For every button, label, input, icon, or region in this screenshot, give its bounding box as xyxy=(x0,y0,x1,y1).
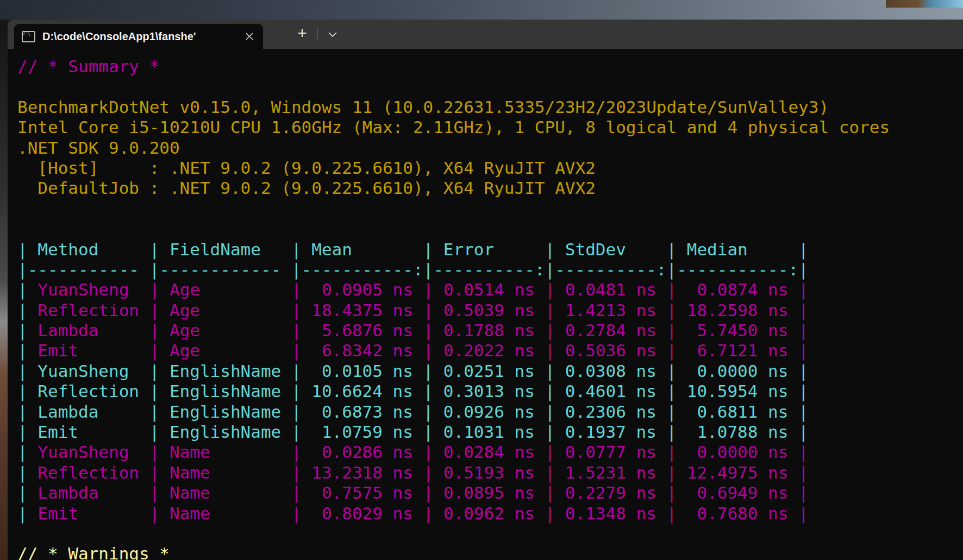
terminal-line: | YuanSheng | Name | 0.0286 ns | 0.0284 … xyxy=(17,442,963,462)
terminal-line: | Method | FieldName | Mean | Error | St… xyxy=(17,240,963,260)
terminal-line: | Reflection | Age | 18.4375 ns | 0.5039… xyxy=(17,300,963,320)
terminal-line: // * Warnings * xyxy=(17,544,963,560)
terminal-line: |----------- |------------ |-----------:… xyxy=(17,260,963,280)
terminal-line: BenchmarkDotNet v0.15.0, Windows 11 (10.… xyxy=(17,97,963,117)
terminal-line: | YuanSheng | EnglishName | 0.0105 ns | … xyxy=(17,361,963,381)
terminal-line xyxy=(17,219,963,239)
terminal-line: | Emit | EnglishName | 1.0759 ns | 0.103… xyxy=(17,422,963,442)
tab-bar: C:\_ D:\code\ConsoleApp1\fanshe' + xyxy=(8,20,963,49)
chevron-down-icon[interactable] xyxy=(323,24,342,44)
tab-title: D:\code\ConsoleApp1\fanshe' xyxy=(42,30,241,43)
cmd-prompt-icon: C:\_ xyxy=(22,31,35,42)
terminal-line: | Lambda | Name | 0.7575 ns | 0.0895 ns … xyxy=(17,483,963,503)
terminal-output[interactable]: // * Summary * BenchmarkDotNet v0.15.0, … xyxy=(8,49,963,560)
terminal-line: | Reflection | Name | 13.2318 ns | 0.519… xyxy=(17,463,963,483)
terminal-line: .NET SDK 9.0.200 xyxy=(17,138,963,158)
terminal-line: | Emit | Name | 0.8029 ns | 0.0962 ns | … xyxy=(17,504,963,524)
desktop-backdrop xyxy=(0,0,963,20)
terminal-line: DefaultJob : .NET 9.0.2 (9.0.225.6610), … xyxy=(17,178,963,198)
tab-console-app[interactable]: C:\_ D:\code\ConsoleApp1\fanshe' xyxy=(14,24,263,49)
tabbar-divider xyxy=(317,28,318,41)
new-tab-button[interactable]: + xyxy=(292,24,312,44)
terminal-line: | Emit | Age | 6.8342 ns | 0.2022 ns | 0… xyxy=(17,341,963,361)
terminal-line: | Lambda | Age | 5.6876 ns | 0.1788 ns |… xyxy=(17,320,963,341)
terminal-window: C:\_ D:\code\ConsoleApp1\fanshe' + // * … xyxy=(8,20,963,560)
close-icon[interactable] xyxy=(241,28,258,45)
wallpaper-edge xyxy=(0,20,8,560)
terminal-line: [Host] : .NET 9.0.2 (9.0.225.6610), X64 … xyxy=(17,158,963,178)
terminal-line xyxy=(17,77,963,97)
wallpaper xyxy=(886,0,963,8)
terminal-line: | Lambda | EnglishName | 0.6873 ns | 0.0… xyxy=(17,402,963,422)
terminal-line: Intel Core i5-10210U CPU 1.60GHz (Max: 2… xyxy=(17,117,963,137)
terminal-line xyxy=(17,199,963,219)
terminal-line: | YuanSheng | Age | 0.0905 ns | 0.0514 n… xyxy=(17,280,963,300)
terminal-line: // * Summary * xyxy=(17,56,963,77)
terminal-line: | Reflection | EnglishName | 10.6624 ns … xyxy=(17,381,963,401)
terminal-line xyxy=(17,524,963,544)
